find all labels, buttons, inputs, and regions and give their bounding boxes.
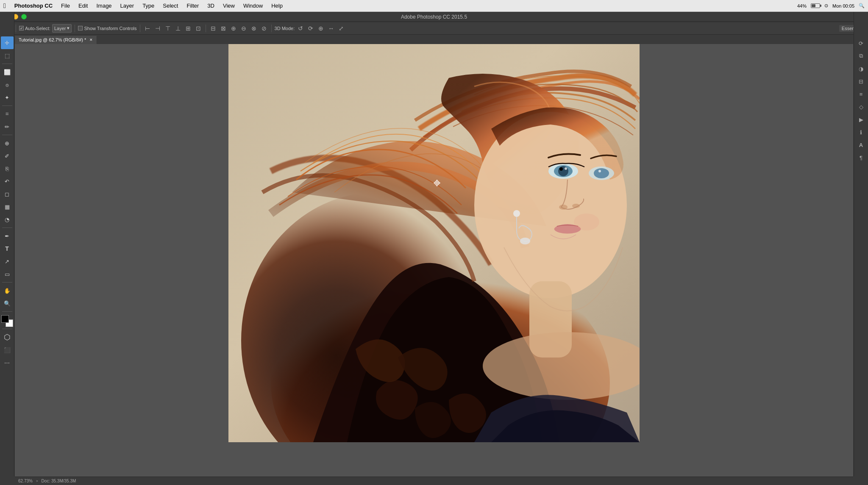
- rectangular-marquee-tool[interactable]: ⬜: [1, 66, 14, 78]
- ps-titlebar: Adobe Photoshop CC 2015.5: [0, 12, 868, 22]
- spot-healing-icon: ⊕: [5, 140, 9, 147]
- svg-point-14: [559, 205, 568, 210]
- 3d-slide[interactable]: ↔: [327, 24, 335, 33]
- separator-4: [206, 25, 206, 32]
- doc-tab-tutorial[interactable]: Tutorial.jpg @ 62.7% (RGB/8#) * ✕: [15, 36, 97, 44]
- color-swatches[interactable]: [1, 315, 13, 327]
- auto-select-wrapper[interactable]: ✓ Auto-Select:: [19, 26, 50, 31]
- panel-channels[interactable]: ≡: [855, 88, 868, 100]
- distribute-left[interactable]: ⊟: [209, 24, 217, 33]
- align-vertical-centers[interactable]: ⊞: [184, 24, 192, 33]
- quick-mask-icon: ⬡: [4, 333, 11, 342]
- menu-type[interactable]: Type: [141, 3, 156, 9]
- clock: Mon 00:05: [832, 3, 854, 8]
- eraser-tool[interactable]: ◻: [1, 188, 14, 200]
- crop-tool[interactable]: ⌗: [1, 108, 14, 120]
- menu-help[interactable]: Help: [270, 3, 284, 9]
- tool-sep-7: [2, 329, 12, 329]
- align-bottom-edges[interactable]: ⊡: [194, 24, 203, 33]
- menu-filter[interactable]: Filter: [185, 3, 200, 9]
- pen-icon: ✒: [5, 233, 9, 239]
- gradient-tool[interactable]: ▦: [1, 200, 14, 213]
- distribute-right[interactable]: ⊕: [229, 24, 238, 33]
- quick-mask-btn[interactable]: ⬡: [1, 331, 14, 344]
- brush-icon: ✐: [5, 153, 9, 159]
- svg-point-16: [513, 210, 520, 217]
- svg-point-18: [574, 213, 599, 230]
- menu-window[interactable]: Window: [242, 3, 264, 9]
- pen-tool[interactable]: ✒: [1, 230, 14, 242]
- status-arrow[interactable]: >: [36, 479, 38, 483]
- panel-layers[interactable]: ⧉: [855, 50, 868, 62]
- align-right-edges[interactable]: ⊤: [164, 24, 172, 33]
- screen-mode-icon: ⬛: [4, 347, 11, 353]
- distribute-vert-centers[interactable]: ⊗: [250, 24, 258, 33]
- canvas-wrapper: [228, 44, 640, 443]
- extra-tools-btn[interactable]: ⋯: [1, 356, 14, 369]
- 3d-pan[interactable]: ⊕: [317, 24, 325, 33]
- distribute-top[interactable]: ⊖: [239, 24, 248, 33]
- brush-tool[interactable]: ✐: [1, 150, 14, 162]
- artboard-tool[interactable]: ⬚: [1, 49, 14, 62]
- distribute-bottom[interactable]: ⊘: [260, 24, 268, 33]
- move-tool[interactable]: ✛: [1, 36, 14, 49]
- auto-select-checkbox[interactable]: ✓: [19, 26, 24, 30]
- show-transform-wrapper[interactable]: Show Transform Controls: [78, 26, 136, 31]
- status-bar: 62.73% > Doc: 35.3M/35.3M: [15, 477, 853, 485]
- panel-character[interactable]: A: [855, 139, 868, 151]
- menu-photoshop[interactable]: Photoshop CC: [13, 3, 54, 9]
- eyedropper-icon: ✏: [5, 124, 9, 130]
- hand-tool[interactable]: ✋: [1, 284, 14, 297]
- panel-libraries[interactable]: ⊟: [855, 75, 868, 87]
- lasso-tool[interactable]: ⌾: [1, 78, 14, 91]
- maximize-button[interactable]: [21, 14, 27, 19]
- eyedropper-tool[interactable]: ✏: [1, 120, 14, 133]
- rectangle-tool[interactable]: ▭: [1, 268, 14, 280]
- panel-history[interactable]: ⟳: [855, 37, 868, 49]
- align-left-edges[interactable]: ⊢: [143, 24, 152, 33]
- 3d-roll[interactable]: ⟳: [306, 24, 315, 33]
- tool-sep-5: [2, 282, 12, 283]
- auto-select-dropdown[interactable]: Layer ▾: [52, 24, 72, 33]
- align-horizontal-centers[interactable]: ⊣: [153, 24, 162, 33]
- apple-menu[interactable]: : [3, 2, 6, 10]
- three-d-mode-label: 3D Mode:: [275, 26, 295, 31]
- search-icon[interactable]: 🔍: [859, 3, 865, 8]
- doc-tab-close[interactable]: ✕: [89, 38, 93, 42]
- blur-tool[interactable]: ◔: [1, 213, 14, 226]
- canvas-area: [15, 44, 853, 477]
- clone-stamp-tool[interactable]: ⎘: [1, 162, 14, 175]
- left-toolbar: ✛ ⬚ ⬜ ⌾ ✦ ⌗ ✏ ⊕ ✐ ⎘ ↶ ◻ ▦ ◔ ✒ T: [0, 12, 14, 477]
- history-brush-tool[interactable]: ↶: [1, 175, 14, 188]
- panel-actions[interactable]: ▶: [855, 114, 868, 125]
- panel-paths[interactable]: ◇: [855, 101, 868, 113]
- path-select-tool[interactable]: ↗: [1, 255, 14, 268]
- menu-view[interactable]: View: [221, 3, 236, 9]
- menu-layer[interactable]: Layer: [119, 3, 136, 9]
- panel-info[interactable]: ℹ: [855, 126, 868, 138]
- panel-paragraph[interactable]: ¶: [855, 152, 868, 164]
- screen-mode-btn[interactable]: ⬛: [1, 344, 14, 356]
- type-tool[interactable]: T: [1, 242, 14, 255]
- align-top-edges[interactable]: ⊥: [174, 24, 182, 33]
- menu-edit[interactable]: Edit: [77, 3, 89, 9]
- foreground-color-swatch[interactable]: [1, 315, 9, 323]
- quick-select-tool[interactable]: ✦: [1, 91, 14, 104]
- show-transform-checkbox[interactable]: [78, 26, 83, 30]
- distribute-horiz-centers[interactable]: ⊠: [219, 24, 228, 33]
- menu-3d[interactable]: 3D: [206, 3, 216, 9]
- spot-healing-tool[interactable]: ⊕: [1, 137, 14, 150]
- tool-sep-3: [2, 135, 12, 135]
- panel-adjustments[interactable]: ◑: [855, 63, 868, 75]
- eraser-icon: ◻: [5, 191, 9, 197]
- tool-sep-2: [2, 105, 12, 106]
- 3d-rotate[interactable]: ↺: [296, 24, 305, 33]
- menu-image[interactable]: Image: [95, 3, 113, 9]
- menu-file[interactable]: File: [59, 3, 72, 9]
- menu-select[interactable]: Select: [161, 3, 180, 9]
- svg-point-17: [520, 238, 530, 244]
- separator-1: [16, 25, 16, 32]
- svg-point-9: [559, 167, 563, 171]
- 3d-scale[interactable]: ⤢: [337, 24, 345, 33]
- zoom-tool[interactable]: 🔍: [1, 297, 14, 310]
